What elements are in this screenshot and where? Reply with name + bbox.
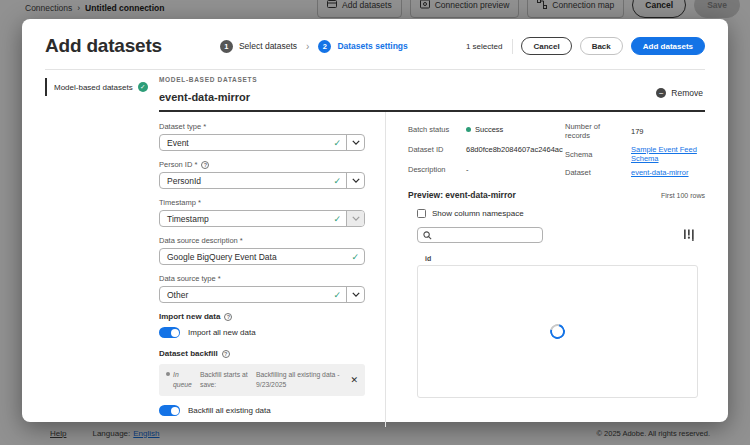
data-source-type-field: Data source type * Other ✓ — [159, 274, 365, 303]
chevron-down-icon[interactable] — [346, 173, 364, 188]
sidebar-item-model-based-datasets[interactable]: Model-based datasets ✓ — [45, 78, 159, 96]
preview-title: Preview: event-data-mirror — [408, 190, 516, 200]
modal-content: MODEL-BASED DATASETS event-data-mirror −… — [159, 70, 705, 427]
dataset-type-select[interactable]: Event ✓ — [159, 134, 365, 151]
import-new-data-toggle-label: Import all new data — [188, 328, 256, 337]
details-grid: Batch status Success Dataset ID 68d0fce8… — [408, 122, 705, 177]
dataset-link[interactable]: event-data-mirror — [631, 168, 705, 177]
chevron-down-icon[interactable] — [346, 135, 364, 150]
remove-label: Remove — [671, 88, 703, 98]
person-id-select[interactable]: PersonId ✓ — [159, 172, 365, 189]
modal-back-button[interactable]: Back — [580, 37, 623, 55]
dataset-name-title: event-data-mirror — [159, 91, 705, 103]
preview-toolbar — [417, 227, 695, 243]
loading-spinner-icon — [547, 321, 567, 341]
dataset-label: Dataset — [565, 168, 625, 177]
preview-header: Preview: event-data-mirror First 100 row… — [408, 190, 705, 200]
backfill-status-name: In queue — [166, 370, 192, 390]
section-eyebrow: MODEL-BASED DATASETS — [159, 76, 705, 83]
data-source-type-label: Data source type * — [159, 274, 365, 283]
person-id-label-text: Person ID * — [159, 160, 197, 169]
settings-columns: Dataset type * Event ✓ Person ID * ? — [159, 112, 705, 427]
step-1-circle: 1 — [220, 40, 233, 53]
timestamp-field: Timestamp * Timestamp ✓ — [159, 198, 365, 227]
header-divider — [512, 39, 513, 54]
search-icon — [423, 226, 432, 244]
chevron-down-icon[interactable] — [346, 287, 364, 302]
modal-header: Add datasets 1 Select datasets › 2 Datas… — [22, 19, 728, 61]
dataset-details-panel: Batch status Success Dataset ID 68d0fce8… — [386, 112, 705, 427]
data-source-description-value: Google BigQuery Event Data — [160, 252, 351, 262]
preview-column-header-id: id — [425, 255, 705, 262]
import-new-data-toggle[interactable] — [159, 327, 180, 338]
step-datasets-settings[interactable]: 2 Datasets settings — [318, 40, 407, 53]
dataset-backfill-label-text: Dataset backfill — [159, 349, 218, 358]
records-label: Number of records — [565, 122, 625, 140]
remove-minus-icon: − — [656, 88, 666, 98]
stepper: 1 Select datasets › 2 Datasets settings — [220, 40, 408, 53]
modal-body: Model-based datasets ✓ MODEL-BASED DATAS… — [22, 70, 728, 427]
valid-check-icon: ✓ — [333, 138, 341, 148]
dataset-type-value: Event — [160, 138, 333, 148]
schema-link[interactable]: Sample Event Feed Schema — [631, 145, 705, 163]
chevron-down-icon — [346, 211, 364, 226]
data-source-description-label: Data source description * — [159, 236, 365, 245]
valid-check-icon: ✓ — [333, 290, 341, 300]
dataset-type-field: Dataset type * Event ✓ — [159, 122, 365, 151]
person-id-label: Person ID * ? — [159, 160, 365, 169]
rows-note: First 100 rows — [661, 192, 705, 199]
preview-table — [417, 265, 698, 398]
data-source-description-input[interactable]: Google BigQuery Event Data ✓ — [159, 248, 365, 265]
help-icon[interactable]: ? — [224, 313, 232, 321]
valid-check-icon: ✓ — [333, 176, 341, 186]
step-separator-icon: › — [306, 41, 309, 52]
show-namespace-checkbox[interactable] — [417, 209, 426, 218]
valid-check-icon: ✓ — [333, 214, 341, 224]
remove-dataset-button[interactable]: − Remove — [656, 88, 703, 98]
timestamp-select[interactable]: Timestamp ✓ — [159, 210, 365, 227]
modal-cancel-button[interactable]: Cancel — [521, 37, 571, 55]
namespace-row: Show column namespace — [417, 209, 705, 218]
selected-count: 1 selected — [466, 42, 502, 51]
backfill-status-box: In queue Backfill starts at save: Backfi… — [159, 364, 365, 396]
backfill-toggle[interactable] — [159, 405, 180, 416]
import-new-data-heading: Import new data ? — [159, 312, 365, 321]
dataset-backfill-heading: Dataset backfill ? — [159, 349, 365, 358]
column-settings-icon[interactable] — [683, 229, 695, 241]
timestamp-value: Timestamp — [160, 214, 333, 224]
help-icon[interactable]: ? — [201, 161, 209, 169]
modal-sidebar: Model-based datasets ✓ — [45, 70, 159, 427]
description-label: Description — [408, 165, 460, 174]
schema-label: Schema — [565, 150, 625, 159]
modal-add-datasets-button[interactable]: Add datasets — [631, 37, 705, 55]
backfill-status-detail-2: Backfilling all existing data - 9/23/202… — [256, 370, 340, 390]
dataset-type-label: Dataset type * — [159, 122, 365, 131]
help-icon[interactable]: ? — [222, 350, 230, 358]
status-bullet-icon — [166, 372, 170, 376]
close-icon[interactable]: ✕ — [350, 375, 358, 385]
data-source-type-value: Other — [160, 290, 333, 300]
timestamp-label: Timestamp * — [159, 198, 365, 207]
data-source-type-select[interactable]: Other ✓ — [159, 286, 365, 303]
add-datasets-modal: Add datasets 1 Select datasets › 2 Datas… — [22, 19, 728, 422]
batch-status-text: Success — [475, 125, 503, 134]
data-source-description-field: Data source description * Google BigQuer… — [159, 236, 365, 265]
backfill-toggle-row: Backfill all existing data — [159, 405, 365, 416]
success-dot-icon — [466, 127, 471, 132]
modal-header-actions: 1 selected Cancel Back Add datasets — [466, 37, 705, 55]
person-id-field: Person ID * ? PersonId ✓ — [159, 160, 365, 189]
batch-status-label: Batch status — [408, 125, 460, 134]
dataset-id-value: 68d0fce8b2084607ac2464ac — [466, 145, 565, 154]
backfill-status-detail-1: Backfill starts at save: — [200, 370, 248, 390]
step-1-label: Select datasets — [239, 41, 297, 51]
dataset-id-label: Dataset ID — [408, 145, 460, 154]
batch-status-value: Success — [466, 125, 565, 134]
search-input[interactable] — [436, 231, 537, 240]
step-2-label: Datasets settings — [337, 41, 407, 51]
show-namespace-label: Show column namespace — [432, 209, 524, 218]
modal-title: Add datasets — [45, 35, 162, 57]
sidebar-item-label: Model-based datasets — [54, 83, 133, 92]
preview-search[interactable] — [417, 227, 543, 243]
step-select-datasets[interactable]: 1 Select datasets — [220, 40, 297, 53]
backfill-toggle-label: Backfill all existing data — [188, 406, 271, 415]
